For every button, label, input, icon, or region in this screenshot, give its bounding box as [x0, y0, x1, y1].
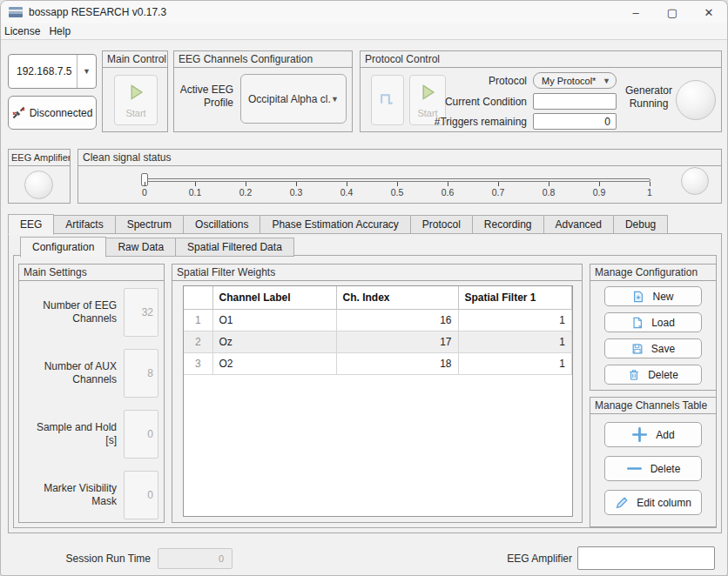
- eeg-channels-config-title: EEG Channels Configuration: [174, 51, 352, 68]
- setting-row-number-of-eeg-channels: Number of EEG Channels32: [24, 287, 158, 338]
- manage-configuration-title: Manage Configuration: [590, 265, 716, 281]
- active-eeg-profile-label: Active EEG Profile: [179, 84, 233, 110]
- session-run-time-field: 0: [158, 548, 233, 569]
- spatial-filter-cell[interactable]: 1: [458, 331, 572, 352]
- slider-tick-1: 1: [632, 182, 667, 198]
- ip-address-combo[interactable]: 192.168.7.5 ▼: [8, 54, 97, 89]
- active-eeg-profile-value: Occipital Alpha cl...: [248, 93, 331, 105]
- subtab-raw-data[interactable]: Raw Data: [106, 238, 176, 257]
- row-number: 2: [184, 331, 212, 352]
- maximize-button[interactable]: ▢: [654, 1, 691, 23]
- tab-eeg[interactable]: EEG: [8, 214, 54, 235]
- ch-index-cell[interactable]: 17: [336, 331, 458, 352]
- tab-oscillations[interactable]: Oscillations: [184, 215, 260, 234]
- protocol-value: My Protocol*: [542, 76, 603, 86]
- slider-tick-0.1: 0.1: [178, 182, 212, 198]
- protocol-dropdown[interactable]: My Protocol* ▼: [533, 72, 617, 89]
- setting-label: Sample and Hold [s]: [24, 421, 117, 447]
- manage-channels-table-title: Manage Channels Table: [590, 398, 716, 414]
- window-controls: – ▢ ✕: [617, 1, 727, 23]
- main-start-label: Start: [125, 108, 145, 118]
- new-button[interactable]: New: [604, 286, 702, 306]
- new-file-icon: [632, 291, 644, 303]
- connection-status-label: Disconnected: [30, 107, 93, 119]
- button-label: Load: [651, 317, 675, 329]
- load-file-icon: [631, 317, 644, 329]
- column-header-channel-label[interactable]: Channel Label: [212, 286, 336, 309]
- button-label: Save: [651, 343, 675, 355]
- eeg-amplifier-field[interactable]: [577, 546, 715, 570]
- close-button[interactable]: ✕: [691, 1, 727, 23]
- row-number: 3: [184, 352, 212, 374]
- tab-advanced[interactable]: Advanced: [544, 215, 614, 234]
- menu-help[interactable]: Help: [44, 25, 75, 37]
- table-row: 3O2181: [184, 352, 572, 374]
- channel-label-cell[interactable]: Oz: [212, 331, 336, 352]
- session-run-time-label: Session Run Time: [51, 553, 151, 565]
- setting-row-sample-and-hold-s: Sample and Hold [s]0: [24, 409, 158, 459]
- chevron-down-icon: ▼: [83, 67, 91, 76]
- tab-spectrum[interactable]: Spectrum: [116, 215, 184, 234]
- save-button[interactable]: Save: [604, 338, 702, 358]
- channels-table: Channel LabelCh. IndexSpatial Filter 1 1…: [184, 286, 572, 375]
- setting-field-sample-and-hold-s: 0: [124, 410, 158, 459]
- subtab-configuration[interactable]: Configuration: [20, 237, 106, 258]
- slider-tick-0.3: 0.3: [279, 182, 313, 198]
- button-label: Delete: [650, 463, 681, 475]
- spatial-filter-cell[interactable]: 1: [458, 309, 572, 331]
- setting-label: Number of AUX Channels: [24, 360, 117, 386]
- slider-tick-0.2: 0.2: [228, 182, 263, 198]
- delete-button[interactable]: Delete: [604, 456, 702, 481]
- manage-configuration-buttons: NewLoadSaveDelete: [590, 281, 716, 385]
- minimize-button[interactable]: –: [617, 1, 654, 23]
- column-header-spatial-filter-1[interactable]: Spatial Filter 1: [458, 286, 572, 309]
- column-header-ch-index[interactable]: Ch. Index: [336, 286, 458, 309]
- spatial-filter-cell[interactable]: 1: [458, 352, 572, 374]
- tab-phase-estimation-accuracy[interactable]: Phase Estimation Accuracy: [260, 215, 410, 234]
- slider-tick-0.4: 0.4: [329, 182, 364, 198]
- disconnected-plug-icon: [12, 106, 25, 119]
- menu-bar: License Help: [1, 23, 727, 40]
- clean-signal-slider[interactable]: 00.10.20.30.40.50.60.70.80.91: [144, 178, 650, 182]
- tab-protocol[interactable]: Protocol: [411, 215, 473, 234]
- edit-column-button[interactable]: Edit column: [604, 490, 702, 515]
- main-control-panel: Main Control Start: [102, 50, 168, 132]
- active-eeg-profile-dropdown[interactable]: Occipital Alpha cl... ▼: [240, 74, 347, 124]
- setting-row-number-of-aux-channels: Number of AUX Channels8: [24, 348, 158, 399]
- window-title: bossapp RESEARCH v0.17.3: [29, 6, 166, 18]
- manage-configuration-panel: Manage Configuration NewLoadSaveDelete: [590, 264, 717, 391]
- ip-address-value: 192.168.7.5: [9, 55, 77, 88]
- triggers-remaining-field[interactable]: 0: [533, 113, 617, 130]
- add-button[interactable]: Add: [604, 422, 702, 447]
- setting-field-number-of-eeg-channels: 32: [124, 288, 158, 337]
- eeg-channels-config-panel: EEG Channels Configuration Active EEG Pr…: [173, 50, 353, 132]
- delete-button[interactable]: Delete: [604, 365, 702, 385]
- channel-label-cell[interactable]: O1: [212, 309, 336, 331]
- ip-dropdown-arrow[interactable]: ▼: [77, 55, 96, 88]
- trigger-pulse-button[interactable]: [371, 75, 404, 125]
- clean-signal-lamp: [681, 167, 709, 195]
- main-tabs: EEGArtifactsSpectrumOscillationsPhase Es…: [8, 214, 668, 234]
- button-label: Edit column: [637, 497, 691, 509]
- disconnected-button[interactable]: Disconnected: [8, 96, 97, 130]
- tab-artifacts[interactable]: Artifacts: [54, 215, 115, 234]
- subtab-spatial-filtered-data[interactable]: Spatial Filtered Data: [176, 238, 294, 257]
- chevron-down-icon: ▼: [603, 77, 610, 85]
- ch-index-cell[interactable]: 16: [336, 309, 458, 331]
- setting-field-marker-visibility-mask: 0: [124, 471, 158, 519]
- clean-signal-panel: Clean signal status 00.10.20.30.40.50.60…: [78, 149, 722, 204]
- tab-debug[interactable]: Debug: [614, 215, 668, 234]
- main-start-button[interactable]: Start: [114, 75, 158, 125]
- channel-label-cell[interactable]: O2: [212, 352, 336, 374]
- ch-index-cell[interactable]: 18: [336, 352, 458, 374]
- main-control-title: Main Control: [103, 51, 167, 68]
- row-number: 1: [184, 309, 212, 331]
- current-condition-field[interactable]: [533, 93, 617, 110]
- load-button[interactable]: Load: [604, 312, 702, 332]
- tab-recording[interactable]: Recording: [473, 215, 544, 234]
- save-icon: [631, 343, 644, 355]
- protocol-control-panel: Protocol Control Start Protocol My Proto…: [360, 50, 722, 132]
- chevron-down-icon: ▼: [331, 95, 339, 104]
- menu-license[interactable]: License: [1, 25, 44, 37]
- current-condition-label: Current Condition: [431, 96, 527, 109]
